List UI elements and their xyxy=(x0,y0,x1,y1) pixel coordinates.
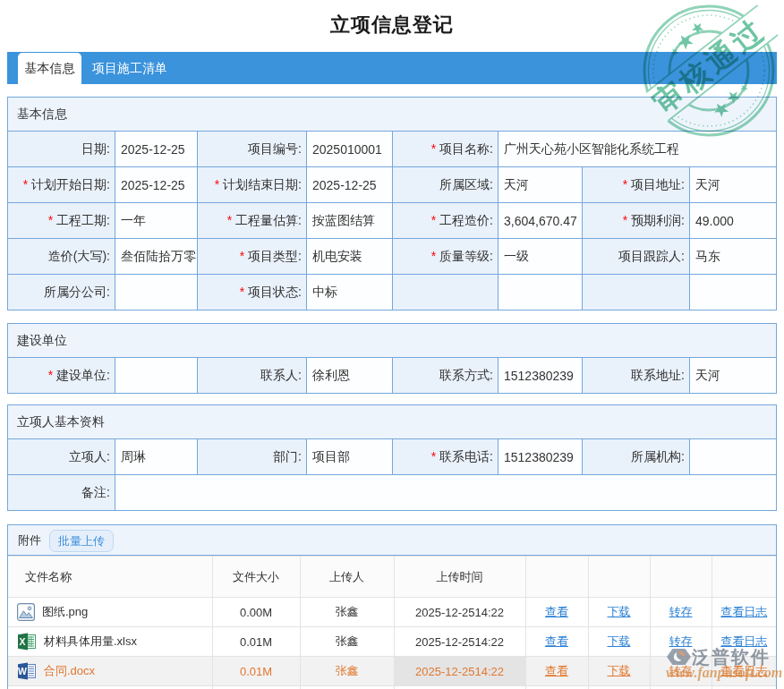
svg-text:W: W xyxy=(18,666,27,676)
svg-text:X: X xyxy=(19,636,25,647)
